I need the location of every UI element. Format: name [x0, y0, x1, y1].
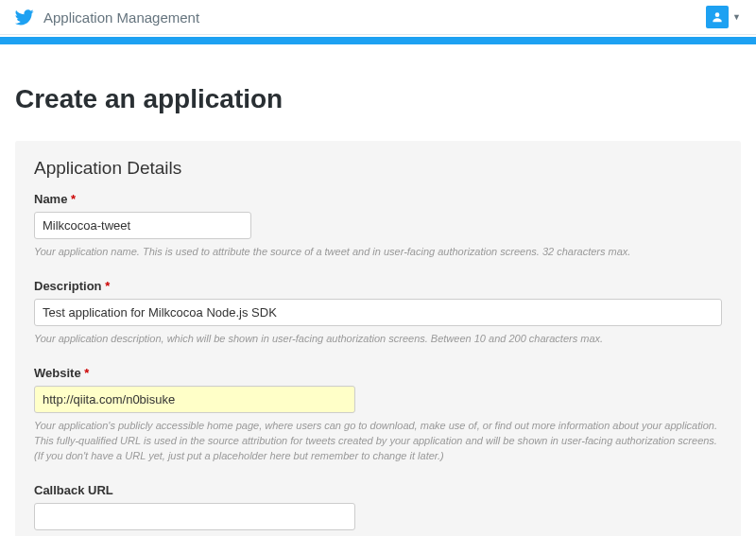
form-group-callback: Callback URL Where should we return afte…	[34, 483, 722, 536]
form-group-name: Name * Your application name. This is us…	[34, 192, 722, 260]
website-help-line1: Your application's publicly accessible h…	[34, 420, 717, 446]
page-container: Create an application Application Detail…	[0, 44, 756, 536]
website-label: Website *	[34, 366, 722, 380]
website-help: Your application's publicly accessible h…	[34, 419, 722, 464]
description-help: Your application description, which will…	[34, 332, 722, 347]
name-label-text: Name	[34, 192, 67, 206]
application-details-panel: Application Details Name * Your applicat…	[15, 141, 741, 536]
user-menu-button[interactable]: ▼	[706, 6, 741, 28]
avatar-icon	[706, 6, 729, 28]
name-input[interactable]	[34, 212, 251, 239]
twitter-logo-icon	[15, 8, 34, 26]
callback-label: Callback URL	[34, 483, 722, 497]
description-input[interactable]	[34, 299, 722, 326]
form-group-description: Description * Your application descripti…	[34, 279, 722, 347]
required-asterisk: *	[84, 366, 89, 380]
caret-down-icon: ▼	[732, 12, 741, 22]
accent-bar	[0, 37, 756, 44]
website-label-text: Website	[34, 366, 81, 380]
header-left: Application Management	[15, 8, 199, 26]
name-help: Your application name. This is used to a…	[34, 245, 722, 260]
description-label: Description *	[34, 279, 722, 293]
required-asterisk: *	[71, 192, 76, 206]
required-asterisk: *	[105, 279, 110, 293]
website-input[interactable]	[34, 386, 355, 413]
header: Application Management ▼	[0, 0, 756, 35]
panel-heading: Application Details	[34, 158, 722, 179]
description-label-text: Description	[34, 279, 102, 293]
page-title: Create an application	[15, 84, 741, 114]
svg-point-0	[715, 12, 720, 17]
form-group-website: Website * Your application's publicly ac…	[34, 366, 722, 464]
callback-input[interactable]	[34, 503, 355, 530]
header-title: Application Management	[43, 9, 199, 26]
name-label: Name *	[34, 192, 722, 206]
website-help-line2: (If you don't have a URL yet, just put a…	[34, 450, 444, 461]
